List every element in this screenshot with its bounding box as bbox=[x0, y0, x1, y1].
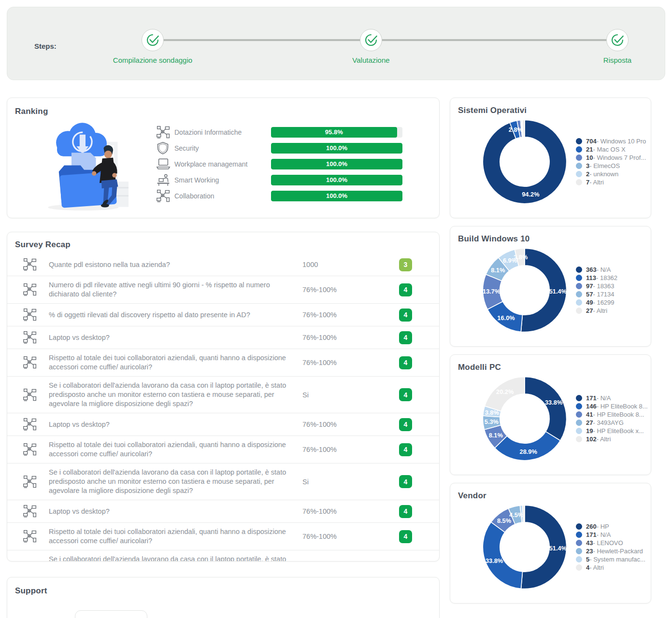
legend-dot-icon bbox=[576, 291, 582, 297]
legend-value: 363 bbox=[586, 266, 597, 273]
donut-slice[interactable] bbox=[483, 522, 522, 589]
progress-bar-fill: 100.0% bbox=[271, 191, 402, 201]
support-button[interactable]: SE HAI BISOGNO bbox=[75, 610, 147, 618]
survey-row: Laptop vs desktop? 76%-100% 4 bbox=[7, 326, 439, 349]
step-check-circle bbox=[142, 29, 164, 51]
legend-value: 23 bbox=[586, 548, 593, 555]
legend-item: 2 - unknown bbox=[576, 170, 646, 178]
legend-dot-icon bbox=[576, 267, 582, 273]
step-check-circle bbox=[360, 29, 382, 51]
step-item: Valutazione bbox=[315, 29, 427, 64]
legend-value: 57 bbox=[586, 291, 593, 298]
survey-question: Numero di pdl rilevate attive negli ulti… bbox=[49, 281, 290, 299]
legend-value: 4 bbox=[586, 564, 589, 571]
legend-value: 43 bbox=[586, 539, 593, 547]
legend-label: - Mac OS X bbox=[593, 146, 625, 153]
slice-percent-label: 2.8% bbox=[509, 126, 523, 133]
legend-label: - HP EliteBook 8... bbox=[593, 411, 644, 418]
legend-label: - LENOVO bbox=[593, 539, 623, 547]
legend-value: 21 bbox=[586, 146, 593, 153]
legend-dot-icon bbox=[576, 171, 582, 177]
survey-score-badge: 4 bbox=[399, 505, 412, 518]
legend-dot-icon bbox=[576, 403, 582, 409]
ranking-row: Smart Working 100.0% bbox=[156, 172, 427, 188]
network-icon bbox=[23, 475, 37, 489]
step-item: Compilazione sondaggio bbox=[97, 29, 208, 64]
ranking-row: Security 100.0% bbox=[156, 140, 427, 156]
legend-dot-icon bbox=[576, 275, 582, 281]
survey-answer: 76%-100% bbox=[290, 421, 382, 428]
survey-question: Laptop vs desktop? bbox=[49, 333, 290, 342]
chart-legend: 363 - N/A 113 - 18362 97 - 18363 57 - 17… bbox=[576, 265, 617, 315]
donut-chart[interactable]: 51.4%33.8%8.5%4.5% bbox=[478, 501, 571, 593]
progress-bar: 100.0% bbox=[271, 143, 402, 154]
progress-bar: 100.0% bbox=[271, 191, 402, 201]
steps-label: Steps: bbox=[34, 42, 57, 50]
legend-dot-icon bbox=[576, 138, 582, 144]
survey-question: Rispetto al totale dei tuoi collaborator… bbox=[49, 440, 290, 459]
ranking-row: Collaboration 100.0% bbox=[156, 188, 427, 204]
legend-value: 97 bbox=[586, 282, 593, 290]
ranking-card: Ranking bbox=[7, 98, 440, 218]
legend-label: - Hewlett-Packard bbox=[593, 548, 643, 555]
network-icon bbox=[23, 418, 37, 431]
donut-chart[interactable]: 33.8%28.9%8.1%5.3%3.8%20.2% bbox=[478, 372, 571, 465]
network-icon bbox=[23, 331, 37, 344]
legend-label: - Altri bbox=[597, 435, 611, 443]
slice-percent-label: 13.7% bbox=[483, 288, 500, 295]
survey-question: Se i collaboratori dell'azienda lavorano… bbox=[49, 381, 290, 408]
legend-label: - 18363 bbox=[593, 282, 614, 290]
network-icon bbox=[156, 126, 171, 139]
progress-bar-fill: 100.0% bbox=[271, 175, 402, 185]
chart-title: Modelli PC bbox=[458, 363, 651, 372]
survey-rows: Quante pdl esistono nella tua azienda? 1… bbox=[7, 253, 439, 562]
survey-score-badge: 4 bbox=[399, 388, 412, 401]
network-icon bbox=[23, 356, 37, 369]
legend-value: 146 bbox=[586, 403, 597, 410]
legend-label: - Windows 10 Pro bbox=[597, 138, 646, 145]
legend-value: 3 bbox=[586, 162, 589, 169]
legend-label: - 17134 bbox=[593, 291, 614, 298]
network-icon bbox=[23, 505, 37, 518]
legend-dot-icon bbox=[576, 564, 582, 571]
check-icon bbox=[362, 31, 380, 49]
chart-title: Sistemi Operativi bbox=[458, 106, 651, 115]
legend-dot-icon bbox=[576, 395, 582, 401]
chart-legend: 260 - HP 171 - N/A 43 - LENOVO 23 - Hewl… bbox=[576, 522, 645, 572]
legend-value: 10 bbox=[586, 154, 593, 161]
progress-bar: 95.8% bbox=[271, 127, 402, 138]
legend-item: 171 - N/A bbox=[576, 531, 645, 538]
legend-label: - Altri bbox=[589, 564, 604, 571]
ranking-row-label: Security bbox=[174, 144, 271, 152]
progress-value: 100.0% bbox=[326, 176, 347, 183]
network-icon bbox=[23, 308, 37, 322]
legend-value: 102 bbox=[586, 435, 597, 443]
legend-value: 27 bbox=[586, 419, 593, 426]
slice-percent-label: 51.4% bbox=[549, 545, 567, 552]
legend-item: 27 - Altri bbox=[576, 307, 617, 314]
donut-slice[interactable] bbox=[525, 377, 567, 440]
legend-dot-icon bbox=[576, 523, 582, 530]
donut-chart[interactable]: 51.4%16.0%13.7%8.1%6.9%3.8% bbox=[478, 244, 571, 337]
legend-value: 113 bbox=[586, 274, 596, 281]
legend-value: 5 bbox=[586, 556, 589, 563]
slice-percent-label: 94.2% bbox=[522, 191, 540, 198]
legend-value: 27 bbox=[586, 307, 593, 314]
legend-dot-icon bbox=[576, 548, 582, 554]
legend-dot-icon bbox=[576, 283, 582, 289]
ranking-row-label: Workplace managemant bbox=[174, 160, 271, 168]
survey-question: Rispetto al totale dei tuoi collaborator… bbox=[49, 353, 290, 372]
legend-item: 704 - Windows 10 Pro bbox=[576, 138, 646, 145]
legend-label: - N/A bbox=[597, 394, 611, 402]
survey-answer: Si bbox=[290, 391, 382, 399]
donut-chart[interactable]: 94.2%2.8% bbox=[478, 115, 571, 208]
slice-percent-label: 16.0% bbox=[497, 314, 515, 322]
step-label: Compilazione sondaggio bbox=[97, 56, 208, 64]
step-check-circle bbox=[606, 29, 629, 51]
steps-progress-card: Steps: Compilazione sondaggio Valutazion… bbox=[7, 7, 665, 80]
legend-item: 23 - Hewlett-Packard bbox=[576, 548, 645, 555]
survey-answer: 76%-100% bbox=[290, 334, 382, 341]
legend-dot-icon bbox=[576, 411, 582, 418]
survey-row: Se i collaboratori dell'azienda lavorano… bbox=[7, 376, 439, 413]
step-item: Risposta bbox=[562, 29, 672, 64]
